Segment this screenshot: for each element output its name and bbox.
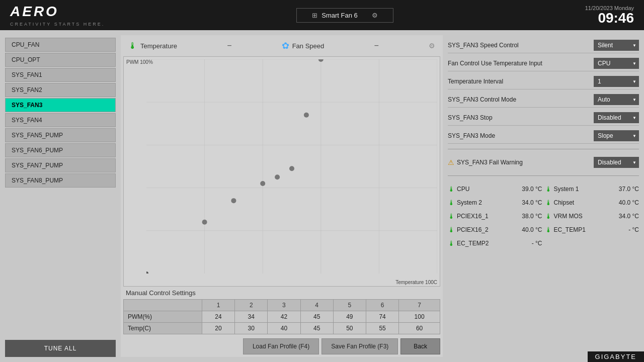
control-mode-row: SYS_FAN3 Control Mode Auto Manual [448,92,639,108]
fail-warning-select-wrapper[interactable]: Disabled Enabled [594,157,639,168]
sidebar-item-sys-fan2[interactable]: SYS_FAN2 [5,83,116,97]
temp-input-select[interactable]: CPU System 1 System 2 Chipset [594,58,639,69]
sidebar-item-cpu-opt[interactable]: CPU_OPT [5,53,116,67]
fail-warning-label: ⚠ SYS_FAN3 Fail Warning [448,158,523,166]
fan-curve-chart[interactable]: PWM 100% Temperature 100C 20 40 [123,56,440,287]
temp-interval-select-wrapper[interactable]: 1 2 3 [594,76,639,87]
temp-minus-button[interactable]: − [227,41,231,50]
temp-icon-EC_TEMP1: 🌡 [545,226,552,234]
stop-select[interactable]: Disabled Enabled [594,112,639,123]
control-mode-select[interactable]: Auto Manual [594,94,639,105]
smart-fan-badge: ⊞ Smart Fan 6 ⚙ [296,8,393,23]
temp-icon-VRM MOS: 🌡 [545,212,552,220]
col-header-empty [124,300,202,311]
main-content: CPU_FANCPU_OPTSYS_FAN1SYS_FAN2SYS_FAN3SY… [0,30,644,362]
temperature-grid: 🌡 CPU 39.0 °C 🌡 System 1 37.0 °C 🌡 Syste… [448,184,639,249]
svg-point-20 [231,198,236,203]
manual-cell-r0-c1[interactable]: 34 [235,311,268,323]
manual-cell-r0-c2[interactable]: 42 [268,311,300,323]
svg-point-21 [260,181,265,186]
manual-cell-r0-c0[interactable]: 24 [202,311,234,323]
temp-row-system 2: 🌡 System 2 34.0 °C [448,197,542,208]
temp-icon-EC_TEMP2: 🌡 [448,239,455,247]
temp-value-System 1: 37.0 °C [619,186,639,193]
logo-text: AERO [10,4,105,20]
sidebar-item-cpu-fan[interactable]: CPU_FAN [5,38,116,52]
manual-cell-r1-c3[interactable]: 45 [300,323,333,334]
temp-value-EC_TEMP1: - °C [628,226,639,233]
speed-control-select[interactable]: Silent Normal Turbo Full Speed Custom [594,40,639,51]
temp-row-ectemp1: 🌡 EC_TEMP1 - °C [545,224,639,235]
mode-row: SYS_FAN3 Mode Slope Staircase [448,128,639,144]
fan-minus-button[interactable]: − [374,41,378,50]
logo-area: AERO CREATIVITY STARTS HERE. [10,4,105,27]
manual-cell-r0-c6[interactable]: 100 [399,311,440,323]
sidebar-item-sys-fan8-pump[interactable]: SYS_FAN8_PUMP [5,173,116,188]
temp-interval-select[interactable]: 1 2 3 [594,76,639,87]
manual-cell-r1-c2[interactable]: 40 [268,323,300,334]
manual-cell-r1-c5[interactable]: 55 [366,323,398,334]
svg-point-26 [146,272,148,274]
mode-select[interactable]: Slope Staircase [594,130,639,141]
col-header-5: 5 [333,300,366,311]
manual-cell-r1-c4[interactable]: 50 [333,323,366,334]
temp-name-VRM MOS: VRM MOS [554,213,583,220]
temp-icon-PCIEX16_2: 🌡 [448,226,455,234]
temp-label-group: 🌡 PCIEX16_2 [448,226,489,234]
sidebar-item-sys-fan7-pump[interactable]: SYS_FAN7_PUMP [5,158,116,172]
sidebar-item-sys-fan4[interactable]: SYS_FAN4 [5,113,116,127]
temp-value-EC_TEMP2: - °C [532,240,542,247]
stop-select-wrapper[interactable]: Disabled Enabled [594,112,639,123]
temp-row-pciex162: 🌡 PCIEX16_2 40.0 °C [448,224,542,235]
save-fan-profile-button[interactable]: Save Fan Profile (F3) [321,338,398,354]
control-mode-select-wrapper[interactable]: Auto Manual [594,94,639,105]
manual-cell-r0-c5[interactable]: 74 [366,311,398,323]
brand-label: GIGABYTE [595,353,636,360]
load-fan-profile-button[interactable]: Load Fan Profile (F4) [243,338,319,354]
temp-label-group: 🌡 System 1 [545,185,579,193]
temp-label-group: 🌡 System 2 [448,199,482,207]
temp-row-ec_temp2: 🌡 EC_TEMP2 - °C [448,238,542,249]
temp-label-group: 🌡 Chipset [545,199,575,207]
sidebar-item-sys-fan1[interactable]: SYS_FAN1 [5,68,116,82]
fail-warning-select[interactable]: Disabled Enabled [594,157,639,168]
col-header-1: 1 [202,300,234,311]
manual-cell-r0-c4[interactable]: 49 [333,311,366,323]
sidebar-item-sys-fan5-pump[interactable]: SYS_FAN5_PUMP [5,128,116,142]
col-header-3: 3 [268,300,300,311]
svg-point-24 [304,113,309,118]
tune-all-button[interactable]: TUNE ALL [5,340,116,357]
temp-label-group: 🌡 VRM MOS [545,212,583,220]
speed-control-label: SYS_FAN3 Speed Control [448,42,519,49]
temp-icon-System 1: 🌡 [545,185,552,193]
stop-label: SYS_FAN3 Stop [448,114,493,121]
temperature-label: Temperature [140,42,177,50]
temp-input-select-wrapper[interactable]: CPU System 1 System 2 Chipset [594,58,639,69]
fan-list: CPU_FANCPU_OPTSYS_FAN1SYS_FAN2SYS_FAN3SY… [5,38,116,188]
temp-icon-CPU: 🌡 [448,185,455,193]
temp-label-group: 🌡 EC_TEMP2 [448,239,489,247]
chart-area: 🌡 Temperature − ✿ Fan Speed − ⚙ PWM 100%… [121,35,443,357]
fan-speed-label: Fan Speed [292,42,325,50]
temp-interval-label: Temperature Interval [448,78,503,85]
sidebar-item-sys-fan6-pump[interactable]: SYS_FAN6_PUMP [5,143,116,157]
temp-name-System 2: System 2 [457,199,482,206]
chart-svg: 20 40 60 80 20 40 60 80 0%,0C [146,59,437,274]
header: AERO CREATIVITY STARTS HERE. ⊞ Smart Fan… [0,0,644,30]
divider-1 [448,149,639,149]
svg-point-19 [202,220,207,225]
sidebar-item-sys-fan3[interactable]: SYS_FAN3 [5,98,116,112]
manual-cell-r1-c6[interactable]: 60 [399,323,440,334]
manual-cell-r0-c3[interactable]: 45 [300,311,333,323]
chart-settings-icon[interactable]: ⚙ [429,42,435,50]
fan-speed-header: ✿ Fan Speed [282,40,325,51]
manual-cell-r1-c0[interactable]: 20 [202,323,234,334]
temp-input-label: Fan Control Use Temperature Input [448,60,542,67]
back-button[interactable]: Back [400,338,440,354]
mode-label: SYS_FAN3 Mode [448,132,495,139]
mode-select-wrapper[interactable]: Slope Staircase [594,130,639,141]
manual-cell-r1-c1[interactable]: 30 [235,323,268,334]
temp-icon-PCIEX16_1: 🌡 [448,212,455,220]
temp-value-Chipset: 40.0 °C [619,199,639,206]
speed-control-select-wrapper[interactable]: Silent Normal Turbo Full Speed Custom [594,40,639,51]
